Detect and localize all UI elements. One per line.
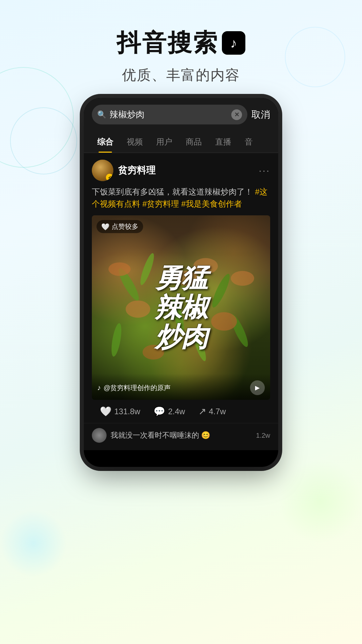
comment-likes-count: 1.2w	[256, 432, 270, 439]
tiktok-logo-icon: ♪	[222, 31, 245, 55]
more-options-icon[interactable]: ···	[259, 165, 270, 176]
shares-count: 4.7w	[209, 407, 226, 416]
comment-item: 我就没一次看时不咽唾沫的 😊 1.2w	[92, 428, 270, 443]
tab-音[interactable]: 音	[238, 131, 259, 153]
comment-stat-icon: 💬	[154, 406, 165, 417]
tiktok-note-icon: ♪	[230, 36, 237, 51]
play-button[interactable]: ▶	[250, 380, 265, 395]
header-section: 抖音搜索 ♪ 优质、丰富的内容	[0, 0, 362, 98]
header-subtitle: 优质、丰富的内容	[0, 66, 362, 85]
comments-count: 2.4w	[168, 407, 185, 416]
hashtag-3[interactable]: #我是美食创作者	[181, 199, 242, 208]
author-avatar: ✓	[92, 160, 113, 181]
tab-bar: 综合 视频 用户 商品 直播 音	[84, 131, 278, 153]
likes-badge-text: 点赞较多	[112, 222, 138, 231]
comments-stat[interactable]: 💬 2.4w	[154, 406, 185, 417]
likes-badge: 🤍 点赞较多	[97, 220, 143, 233]
tab-综合[interactable]: 综合	[90, 131, 120, 153]
search-bar-area: 🔍 辣椒炒肉 ✕ 取消	[84, 98, 278, 131]
tab-用户[interactable]: 用户	[149, 131, 179, 153]
post-header: ✓ 贫穷料理 ···	[92, 160, 270, 181]
tab-视频[interactable]: 视频	[120, 131, 149, 153]
video-title-text: 勇猛辣椒炒肉	[101, 263, 261, 352]
video-thumbnail[interactable]: 🤍 点赞较多 勇猛辣椒炒肉 ♪ @贫穷料理创作的原声 ▶	[92, 215, 270, 400]
search-query: 辣椒炒肉	[110, 109, 228, 120]
heart-icon: 🤍	[101, 223, 110, 231]
phone-frame: 🔍 辣椒炒肉 ✕ 取消 综合 视频 用户 商品	[84, 98, 278, 467]
comment-content: 我就没一次看时不咽唾沫的 😊	[111, 430, 252, 440]
tiktok-d-icon: ♪	[97, 383, 101, 392]
video-bottom-bar: ♪ @贫穷料理创作的原声 ▶	[92, 374, 270, 400]
post-description: 下饭菜到底有多凶猛，就看这道辣椒炒肉了！ #这个视频有点料 #贫穷料理 #我是美…	[92, 186, 270, 210]
search-input-wrapper[interactable]: 🔍 辣椒炒肉 ✕	[92, 105, 247, 124]
audio-info: ♪ @贫穷料理创作的原声	[97, 383, 171, 392]
app-title: 抖音搜索	[117, 27, 219, 59]
share-stat-icon: ↗	[198, 406, 206, 417]
heart-stat-icon: 🤍	[100, 406, 112, 417]
tab-直播[interactable]: 直播	[208, 131, 238, 153]
stats-bar: 🤍 131.8w 💬 2.4w ↗ 4.7w	[92, 400, 270, 423]
bg-blob-left	[0, 510, 67, 577]
video-overlay-text: 勇猛辣椒炒肉	[101, 263, 261, 352]
app-title-row: 抖音搜索 ♪	[0, 27, 362, 59]
search-icon: 🔍	[97, 110, 106, 119]
hashtag-2[interactable]: #贫穷料理	[142, 199, 179, 208]
shares-stat[interactable]: ↗ 4.7w	[198, 406, 226, 417]
post-card: ✓ 贫穷料理 ··· 下饭菜到底有多凶猛，就看这道辣椒炒肉了！ #这个视频有点料…	[84, 153, 278, 423]
likes-count: 131.8w	[114, 407, 140, 416]
phone-container: 🔍 辣椒炒肉 ✕ 取消 综合 视频 用户 商品	[0, 98, 362, 467]
author-name[interactable]: 贫穷料理	[118, 164, 156, 177]
comment-avatar	[92, 428, 107, 443]
likes-stat[interactable]: 🤍 131.8w	[100, 406, 140, 417]
verified-badge-icon: ✓	[106, 174, 113, 181]
phone-content: 🔍 辣椒炒肉 ✕ 取消 综合 视频 用户 商品	[84, 98, 278, 467]
bg-blob-right	[278, 460, 362, 543]
audio-text: @贫穷料理创作的原声	[104, 383, 171, 392]
comment-section: 我就没一次看时不咽唾沫的 😊 1.2w	[84, 423, 278, 450]
tab-商品[interactable]: 商品	[179, 131, 208, 153]
post-author: ✓ 贫穷料理	[92, 160, 156, 181]
clear-search-button[interactable]: ✕	[231, 109, 242, 120]
cancel-button[interactable]: 取消	[251, 108, 270, 121]
comment-text: 我就没一次看时不咽唾沫的 😊	[111, 430, 252, 440]
